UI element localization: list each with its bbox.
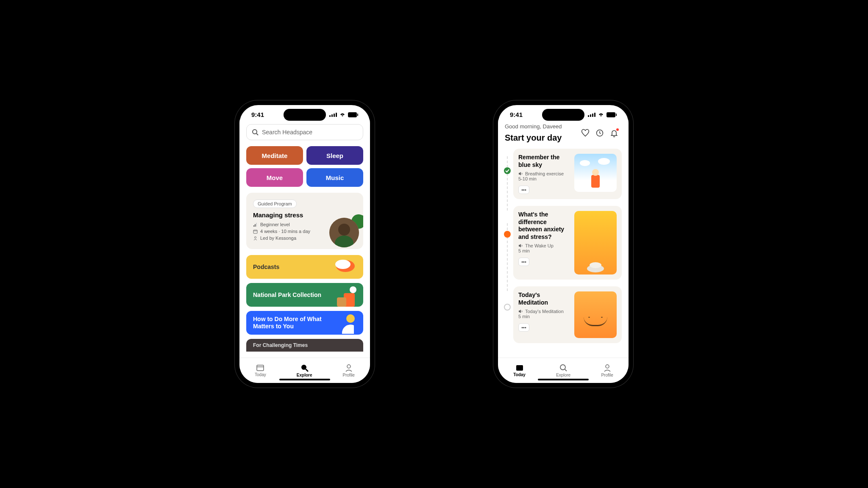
- status-time: 9:41: [251, 111, 264, 118]
- svg-point-22: [346, 314, 355, 323]
- guided-program-card[interactable]: Guided Program Managing stress Beginner …: [246, 193, 363, 249]
- program-title: Managing stress: [253, 211, 356, 219]
- battery-icon: [348, 112, 358, 117]
- svg-line-7: [256, 133, 258, 135]
- row-podcasts[interactable]: Podcasts: [246, 255, 363, 279]
- category-move[interactable]: Move: [246, 168, 303, 187]
- card-duration: 5 min: [518, 248, 569, 253]
- sound-icon: [518, 172, 523, 176]
- instructor-avatar: [329, 218, 359, 247]
- card-thumb: [574, 154, 617, 192]
- profile-icon: [345, 363, 353, 372]
- tab-profile[interactable]: Profile: [601, 363, 613, 377]
- signal-icon: [329, 112, 337, 117]
- explore-icon: [559, 363, 568, 372]
- card-thumb: [574, 211, 617, 274]
- timeline-dot-open: [504, 304, 511, 311]
- svg-point-36: [598, 158, 610, 165]
- crescent-icon: [334, 313, 359, 334]
- svg-point-38: [592, 169, 599, 176]
- bell-icon[interactable]: [610, 129, 618, 137]
- svg-point-27: [347, 365, 351, 368]
- card-duration: 5 min: [518, 314, 569, 319]
- svg-rect-23: [257, 365, 264, 371]
- tab-today[interactable]: Today: [255, 364, 266, 377]
- svg-rect-41: [516, 365, 523, 371]
- category-sleep[interactable]: Sleep: [306, 146, 363, 165]
- level-icon: [253, 222, 258, 227]
- battery-icon: [606, 112, 617, 117]
- smile-icon: [584, 317, 607, 326]
- profile-icon: [603, 363, 612, 372]
- card-meditation[interactable]: Today's Meditation Today's Meditation 5 …: [513, 286, 622, 343]
- card-blue-sky[interactable]: Remember the blue sky Breathing exercise…: [513, 149, 622, 199]
- svg-rect-30: [592, 114, 593, 117]
- svg-rect-33: [616, 114, 617, 116]
- wifi-icon: [598, 112, 604, 117]
- more-button[interactable]: •••: [518, 258, 529, 266]
- svg-rect-0: [329, 115, 331, 117]
- search-placeholder: Search Headspace: [262, 129, 312, 136]
- svg-point-18: [335, 260, 351, 269]
- sound-icon: [518, 309, 523, 313]
- category-meditate[interactable]: Meditate: [246, 146, 303, 165]
- sound-icon: [518, 244, 523, 248]
- svg-rect-10: [256, 223, 257, 227]
- status-time: 9:41: [510, 111, 523, 118]
- svg-rect-29: [590, 114, 591, 117]
- card-title: Today's Meditation: [518, 291, 569, 306]
- home-indicator[interactable]: [538, 379, 589, 380]
- svg-rect-28: [588, 115, 589, 117]
- svg-point-35: [580, 160, 590, 166]
- svg-rect-8: [253, 225, 254, 227]
- card-duration: 5-10 min: [518, 176, 569, 181]
- status-bar: 9:41: [498, 105, 629, 120]
- check-icon: [504, 167, 511, 174]
- program-pill: Guided Program: [253, 200, 297, 208]
- tab-profile[interactable]: Profile: [343, 363, 355, 377]
- more-button[interactable]: •••: [518, 186, 529, 194]
- card-wake-up[interactable]: What's the difference between anxiety an…: [513, 206, 622, 280]
- card-type: The Wake Up: [518, 243, 569, 248]
- home-indicator[interactable]: [279, 379, 330, 380]
- svg-point-6: [253, 130, 257, 134]
- card-type: Today's Meditation: [518, 309, 569, 314]
- status-bar: 9:41: [239, 105, 370, 120]
- tab-today[interactable]: Today: [513, 364, 526, 377]
- today-icon: [515, 364, 524, 372]
- svg-point-21: [350, 286, 356, 293]
- svg-rect-31: [594, 113, 595, 117]
- svg-point-13: [255, 236, 256, 238]
- svg-rect-37: [591, 175, 600, 188]
- svg-point-40: [590, 262, 601, 268]
- mountain-icon: [331, 286, 361, 307]
- card-title: Remember the blue sky: [518, 154, 569, 169]
- row-parks[interactable]: National Park Collection: [246, 283, 363, 307]
- heart-icon[interactable]: [581, 129, 590, 137]
- row-cutoff[interactable]: For Challenging Times: [246, 339, 363, 352]
- speech-bubble-icon: [330, 258, 356, 275]
- timeline-dot-done: [504, 167, 511, 174]
- svg-point-44: [606, 365, 609, 368]
- phone-today: 9:41 Good morning, Daveed Start your day: [493, 100, 633, 388]
- explore-icon: [300, 363, 309, 372]
- svg-rect-20: [337, 297, 346, 307]
- today-icon: [256, 364, 264, 372]
- tab-explore[interactable]: Explore: [297, 363, 312, 377]
- signal-icon: [588, 112, 595, 117]
- category-music[interactable]: Music: [306, 168, 363, 187]
- wifi-icon: [339, 112, 346, 117]
- phone-explore: 9:41 Search Headspace Meditate Sleep Mov…: [235, 100, 375, 388]
- search-input[interactable]: Search Headspace: [246, 124, 363, 140]
- svg-rect-5: [357, 114, 358, 116]
- svg-rect-11: [253, 230, 257, 233]
- svg-rect-2: [334, 114, 335, 117]
- row-howto[interactable]: How to Do More of What Matters to You: [246, 311, 363, 335]
- history-icon[interactable]: [595, 129, 604, 137]
- svg-rect-4: [348, 112, 357, 117]
- tab-explore[interactable]: Explore: [556, 363, 570, 377]
- timeline-dot-current: [504, 231, 511, 238]
- svg-point-42: [560, 365, 565, 370]
- more-button[interactable]: •••: [518, 323, 529, 332]
- calendar-icon: [253, 229, 258, 234]
